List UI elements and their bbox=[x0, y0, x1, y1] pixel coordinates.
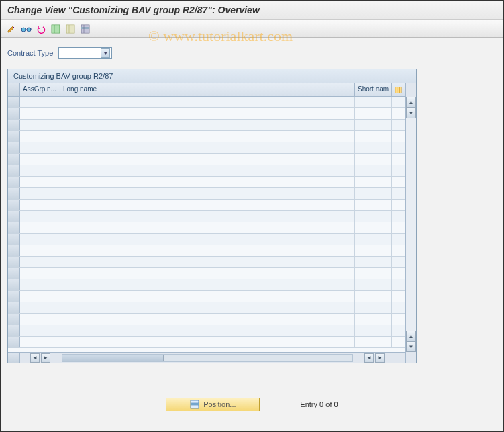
hscroll-right-button[interactable]: ► bbox=[41, 353, 50, 363]
row-selector-header[interactable] bbox=[8, 83, 20, 96]
cell-shortname[interactable] bbox=[355, 188, 392, 199]
cell-longname[interactable] bbox=[60, 245, 355, 256]
cell-longname[interactable] bbox=[60, 291, 355, 302]
cell-assgrp[interactable] bbox=[20, 165, 60, 176]
cell-shortname[interactable] bbox=[355, 131, 392, 142]
table-row[interactable] bbox=[8, 154, 405, 165]
row-selector[interactable] bbox=[8, 142, 20, 153]
cell-longname[interactable] bbox=[60, 165, 355, 176]
vscroll-up-button[interactable]: ▲ bbox=[406, 97, 416, 107]
cell-longname[interactable] bbox=[60, 154, 355, 165]
undo-button[interactable] bbox=[34, 22, 48, 36]
cell-assgrp[interactable] bbox=[20, 211, 60, 222]
table-row[interactable] bbox=[8, 325, 405, 337]
cell-shortname[interactable] bbox=[355, 234, 392, 245]
hscroll-thumb[interactable] bbox=[62, 355, 164, 361]
cell-assgrp[interactable] bbox=[20, 188, 60, 199]
table-row[interactable] bbox=[8, 337, 405, 348]
row-selector[interactable] bbox=[8, 120, 20, 130]
cell-longname[interactable] bbox=[60, 314, 355, 325]
cell-assgrp[interactable] bbox=[20, 154, 60, 165]
cell-shortname[interactable] bbox=[355, 245, 392, 256]
cell-shortname[interactable] bbox=[355, 142, 392, 153]
delimit-button[interactable] bbox=[79, 22, 92, 36]
cell-shortname[interactable] bbox=[355, 222, 392, 233]
cell-shortname[interactable] bbox=[355, 108, 392, 119]
cell-assgrp[interactable] bbox=[20, 97, 60, 107]
row-selector[interactable] bbox=[8, 314, 20, 325]
cell-shortname[interactable] bbox=[355, 291, 392, 302]
table-row[interactable] bbox=[8, 188, 405, 200]
cell-assgrp[interactable] bbox=[20, 337, 60, 347]
cell-shortname[interactable] bbox=[355, 325, 392, 336]
cell-shortname[interactable] bbox=[355, 120, 392, 130]
table-row[interactable] bbox=[8, 142, 405, 154]
cell-longname[interactable] bbox=[60, 337, 355, 347]
table-row[interactable] bbox=[8, 200, 405, 211]
cell-assgrp[interactable] bbox=[20, 302, 60, 313]
cell-shortname[interactable] bbox=[355, 279, 392, 290]
row-selector[interactable] bbox=[8, 97, 20, 107]
cell-assgrp[interactable] bbox=[20, 200, 60, 210]
other-view-button[interactable] bbox=[5, 22, 18, 36]
table-row[interactable] bbox=[8, 257, 405, 268]
column-header-longname[interactable]: Long name bbox=[60, 83, 355, 96]
cell-assgrp[interactable] bbox=[20, 314, 60, 325]
table-row[interactable] bbox=[8, 211, 405, 222]
table-row[interactable] bbox=[8, 291, 405, 302]
new-entries-button[interactable] bbox=[49, 22, 62, 36]
row-selector[interactable] bbox=[8, 222, 20, 233]
row-selector[interactable] bbox=[8, 302, 20, 313]
cell-assgrp[interactable] bbox=[20, 291, 60, 302]
cell-assgrp[interactable] bbox=[20, 268, 60, 279]
column-header-shortname[interactable]: Short nam bbox=[355, 83, 392, 96]
table-row[interactable] bbox=[8, 177, 405, 188]
row-selector[interactable] bbox=[8, 245, 20, 256]
row-selector[interactable] bbox=[8, 279, 20, 290]
contract-type-dropdown[interactable]: ▼ bbox=[58, 47, 112, 59]
hscroll-right-button-2[interactable]: ► bbox=[375, 353, 385, 363]
position-button[interactable]: Position... bbox=[166, 398, 260, 411]
cell-assgrp[interactable] bbox=[20, 120, 60, 130]
cell-shortname[interactable] bbox=[355, 211, 392, 222]
cell-assgrp[interactable] bbox=[20, 325, 60, 336]
cell-shortname[interactable] bbox=[355, 165, 392, 176]
vscroll-track[interactable] bbox=[406, 118, 416, 331]
table-row[interactable] bbox=[8, 131, 405, 142]
table-row[interactable] bbox=[8, 165, 405, 177]
cell-longname[interactable] bbox=[60, 234, 355, 245]
table-row[interactable] bbox=[8, 245, 405, 257]
hscroll-left-button[interactable]: ◄ bbox=[30, 353, 40, 363]
cell-longname[interactable] bbox=[60, 131, 355, 142]
vscroll-down-button[interactable]: ▼ bbox=[406, 107, 416, 118]
cell-assgrp[interactable] bbox=[20, 234, 60, 245]
table-row[interactable] bbox=[8, 222, 405, 234]
cell-shortname[interactable] bbox=[355, 200, 392, 210]
cell-longname[interactable] bbox=[60, 120, 355, 130]
table-row[interactable] bbox=[8, 268, 405, 279]
table-row[interactable] bbox=[8, 302, 405, 314]
row-selector[interactable] bbox=[8, 234, 20, 245]
cell-longname[interactable] bbox=[60, 222, 355, 233]
cell-shortname[interactable] bbox=[355, 337, 392, 347]
cell-assgrp[interactable] bbox=[20, 257, 60, 267]
cell-shortname[interactable] bbox=[355, 302, 392, 313]
cell-longname[interactable] bbox=[60, 302, 355, 313]
table-row[interactable] bbox=[8, 97, 405, 108]
cell-shortname[interactable] bbox=[355, 177, 392, 187]
cell-assgrp[interactable] bbox=[20, 142, 60, 153]
cell-assgrp[interactable] bbox=[20, 177, 60, 187]
cell-longname[interactable] bbox=[60, 200, 355, 210]
row-selector[interactable] bbox=[8, 165, 20, 176]
row-selector[interactable] bbox=[8, 337, 20, 347]
row-selector[interactable] bbox=[8, 108, 20, 119]
row-selector[interactable] bbox=[8, 257, 20, 267]
row-selector[interactable] bbox=[8, 268, 20, 279]
cell-longname[interactable] bbox=[60, 97, 355, 107]
cell-longname[interactable] bbox=[60, 188, 355, 199]
cell-assgrp[interactable] bbox=[20, 245, 60, 256]
table-row[interactable] bbox=[8, 314, 405, 325]
cell-shortname[interactable] bbox=[355, 97, 392, 107]
cell-longname[interactable] bbox=[60, 268, 355, 279]
cell-shortname[interactable] bbox=[355, 154, 392, 165]
